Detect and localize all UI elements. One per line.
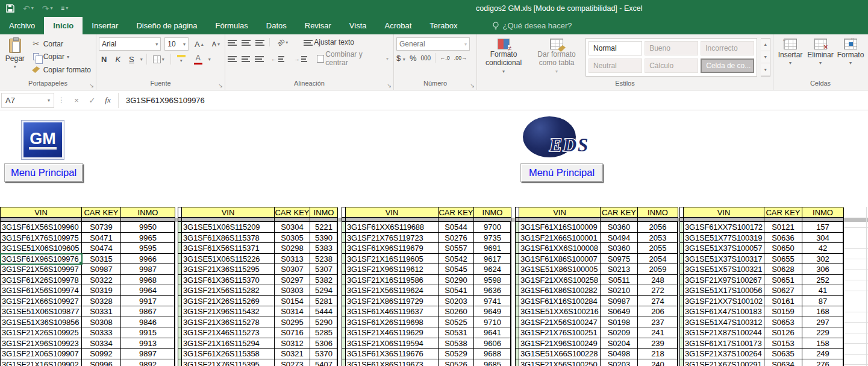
align-left-icon[interactable] [228, 55, 237, 62]
inmo-cell[interactable]: 9846 [121, 317, 175, 328]
inmo-cell[interactable]: 9965 [121, 233, 175, 244]
carkey-cell[interactable]: S0541 [439, 285, 474, 296]
vin-cell[interactable]: 3G1SF21X56S119624 [346, 285, 439, 296]
inmo-cell[interactable]: 2054 [638, 254, 678, 265]
carkey-cell[interactable]: S0739 [82, 222, 121, 233]
paste-button[interactable]: Pegar ▾ [2, 36, 28, 78]
style-chip-celda-de-co[interactable]: Celda de co... [701, 58, 754, 73]
name-box-caret-icon[interactable]: ▾ [48, 98, 50, 103]
vin-cell[interactable]: 3G1SF61X47S100183 [684, 306, 764, 317]
vin-cell[interactable]: 3G1SF61X56S115371 [182, 243, 275, 254]
inmo-header[interactable]: INMO [474, 207, 511, 218]
vin-header[interactable]: VIN [346, 207, 439, 218]
carkey-cell[interactable]: S0635 [764, 349, 802, 359]
carkey-cell[interactable]: S0975 [601, 254, 638, 265]
car-key-header[interactable]: CAR KEY [82, 207, 121, 218]
inmo-cell[interactable]: 240 [638, 359, 678, 366]
fill-color-button[interactable]: ▾ [175, 54, 188, 64]
vin-header[interactable]: VIN [182, 207, 275, 218]
vin-cell[interactable]: 3G1SE51X06S115226 [182, 254, 275, 265]
inmo-cell[interactable]: 9685 [474, 359, 511, 366]
carkey-cell[interactable]: S0542 [439, 254, 474, 265]
inmo-cell[interactable]: 5290 [310, 317, 338, 328]
inmo-cell[interactable]: 9913 [121, 338, 175, 349]
inmo-cell[interactable]: 274 [638, 296, 678, 307]
inmo-cell[interactable]: 9867 [121, 306, 175, 317]
conditional-formatting-button[interactable]: ≠ Formato condicional▾ [479, 36, 528, 78]
vin-cell[interactable]: 3G1SF21X76S119723 [346, 233, 439, 244]
carkey-cell[interactable]: S0305 [275, 233, 310, 244]
vin-cell[interactable]: 3G1SF21X16S109902 [1, 359, 82, 366]
carkey-cell[interactable]: S0333 [82, 327, 121, 338]
inmo-cell[interactable]: 306 [802, 264, 844, 275]
carkey-cell[interactable]: S0716 [275, 327, 310, 338]
tab-vista[interactable]: Vista [340, 17, 376, 34]
inmo-cell[interactable]: 87 [802, 296, 844, 307]
tab-terabox[interactable]: Terabox [420, 17, 466, 34]
carkey-cell[interactable]: S0290 [439, 275, 474, 286]
car-key-header[interactable]: CAR KEY [275, 207, 310, 218]
car-key-header[interactable]: CAR KEY [764, 207, 802, 218]
carkey-cell[interactable]: S0557 [439, 243, 474, 254]
tab-datos[interactable]: Datos [257, 17, 296, 34]
vin-cell[interactable]: 3G1SF21X76S115395 [182, 359, 275, 366]
redo-button[interactable]: ↷▾ [42, 4, 53, 13]
font-size-combo[interactable]: 10▾ [164, 37, 189, 51]
inmo-cell[interactable]: 2053 [638, 233, 678, 244]
inmo-cell[interactable]: 42 [802, 243, 844, 254]
vin-cell[interactable]: 3G1SF21X26S109925 [1, 327, 82, 338]
inmo-cell[interactable]: 9691 [474, 243, 511, 254]
vin-cell[interactable]: 3G1SF61X76S109975 [1, 233, 82, 244]
align-center-icon[interactable] [242, 55, 251, 62]
carkey-cell[interactable]: S0297 [275, 275, 310, 286]
inmo-cell[interactable]: 9598 [474, 275, 511, 286]
inmo-cell[interactable]: 9636 [474, 285, 511, 296]
inmo-cell[interactable]: 249 [802, 349, 844, 359]
carkey-cell[interactable]: S0544 [439, 222, 474, 233]
carkey-cell[interactable]: S0321 [275, 349, 310, 359]
carkey-cell[interactable]: S0303 [275, 285, 310, 296]
inmo-cell[interactable]: 218 [638, 349, 678, 359]
menu-principal-button-left[interactable]: Menú Principal [4, 163, 83, 182]
vin-cell[interactable]: 3G1SF61X46S119637 [346, 306, 439, 317]
vin-cell[interactable]: 3G1SF21X56S100247 [519, 317, 601, 328]
font-name-combo[interactable]: Arial▾ [99, 37, 161, 51]
vin-cell[interactable]: 3G1SE51XX6S100216 [519, 306, 601, 317]
carkey-cell[interactable]: S0328 [82, 296, 121, 307]
vin-cell[interactable]: 3G1SF21XX6S100258 [519, 275, 601, 286]
inmo-cell[interactable]: 9966 [121, 254, 175, 265]
inmo-cell[interactable]: 9700 [474, 222, 511, 233]
carkey-cell[interactable]: S0161 [764, 296, 802, 307]
inmo-cell[interactable]: 241 [638, 327, 678, 338]
inmo-cell[interactable]: 9688 [474, 349, 511, 359]
vin-cell[interactable]: 3G1SF61X36S115370 [182, 275, 275, 286]
vin-cell[interactable]: 3G1SE51X77S100319 [684, 233, 764, 244]
carkey-cell[interactable]: S0511 [601, 275, 638, 286]
vin-cell[interactable]: 3G1SF61X26S119698 [346, 317, 439, 328]
vin-cell[interactable]: 3G1SE51X06S109877 [1, 306, 82, 317]
inmo-cell[interactable]: 5444 [310, 306, 338, 317]
inmo-cell[interactable]: 5285 [310, 327, 338, 338]
carkey-cell[interactable]: S0159 [764, 306, 802, 317]
vin-cell[interactable]: 3G1SF61X86S100007 [519, 254, 601, 265]
vin-header[interactable]: VIN [684, 207, 764, 218]
tab-acrobat[interactable]: Acrobat [376, 17, 421, 34]
currency-button[interactable]: $ ▾ [396, 54, 405, 63]
inmo-cell[interactable]: 252 [802, 275, 844, 286]
carkey-cell[interactable]: S0360 [601, 243, 638, 254]
inmo-cell[interactable]: 5390 [310, 233, 338, 244]
inmo-cell[interactable]: 9897 [121, 349, 175, 359]
inmo-cell[interactable]: 9741 [474, 296, 511, 307]
vin-cell[interactable]: 3G1SF21X36S115278 [182, 317, 275, 328]
style-chip-bueno[interactable]: Bueno [645, 41, 698, 55]
vin-cell[interactable]: 3G1SE51X06S115209 [182, 222, 275, 233]
increase-indent-button[interactable]: → [292, 55, 310, 63]
wrap-text-button[interactable]: Ajustar texto [301, 37, 357, 47]
carkey-cell[interactable]: S0203 [601, 359, 638, 366]
inmo-cell[interactable]: 9964 [121, 285, 175, 296]
dialog-launcher-icon[interactable]: ↘ [218, 83, 223, 89]
carkey-cell[interactable]: S0307 [275, 264, 310, 275]
vin-cell[interactable]: 3G1SF21X26S115269 [182, 296, 275, 307]
inmo-cell[interactable]: 5407 [310, 359, 338, 366]
carkey-cell[interactable]: S0996 [82, 359, 121, 366]
